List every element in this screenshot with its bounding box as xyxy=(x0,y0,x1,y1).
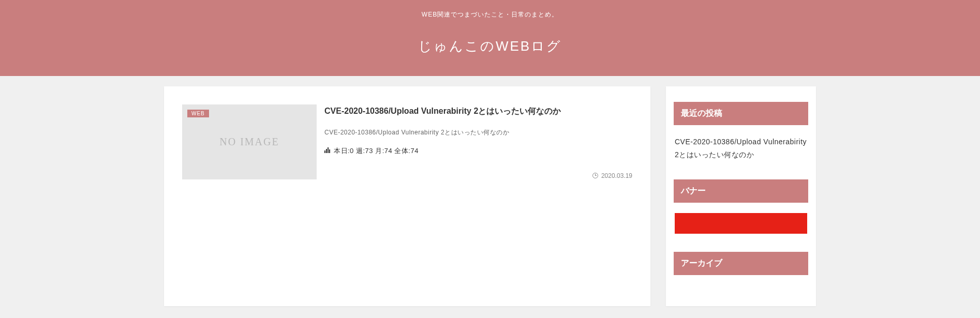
recent-posts-title: 最近の投稿 xyxy=(674,102,808,125)
post-title[interactable]: CVE-2020-10386/Upload Vulnerabirity 2とはい… xyxy=(324,104,632,118)
archive-title: アーカイブ xyxy=(674,252,808,275)
site-title[interactable]: じゅんこのWEBログ xyxy=(0,37,980,55)
clock-icon xyxy=(592,173,598,178)
banner-widget: バナー xyxy=(674,179,808,236)
recent-posts-widget: 最近の投稿 CVE-2020-10386/Upload Vulnerabirit… xyxy=(674,102,808,164)
svg-rect-1 xyxy=(326,149,327,153)
recent-posts-content: CVE-2020-10386/Upload Vulnerabirity 2とはい… xyxy=(674,125,808,164)
archive-widget: アーカイブ xyxy=(674,252,808,275)
category-badge[interactable]: WEB xyxy=(187,110,209,117)
stats-icon xyxy=(324,147,331,155)
banner-content xyxy=(674,203,808,236)
post-body: CVE-2020-10386/Upload Vulnerabirity 2とはい… xyxy=(324,104,632,179)
svg-rect-0 xyxy=(324,150,325,153)
banner-image[interactable] xyxy=(675,213,807,234)
recent-post-link[interactable]: CVE-2020-10386/Upload Vulnerabirity 2とはい… xyxy=(675,138,807,159)
post-thumbnail[interactable]: WEB NO IMAGE xyxy=(182,104,317,179)
content-container: WEB NO IMAGE CVE-2020-10386/Upload Vulne… xyxy=(154,76,826,316)
svg-rect-2 xyxy=(328,147,329,153)
post-stats: 本日:0 週:73 月:74 全体:74 xyxy=(324,146,632,156)
post-excerpt: CVE-2020-10386/Upload Vulnerabirity 2とはい… xyxy=(324,128,632,137)
no-image-label: NO IMAGE xyxy=(219,136,279,148)
post-meta: 2020.03.19 xyxy=(324,157,632,179)
svg-rect-3 xyxy=(329,149,330,153)
main-content: WEB NO IMAGE CVE-2020-10386/Upload Vulne… xyxy=(164,86,650,306)
site-subtitle: WEB関連でつまづいたこと・日常のまとめ。 xyxy=(0,10,980,19)
sidebar: 最近の投稿 CVE-2020-10386/Upload Vulnerabirit… xyxy=(666,86,816,306)
site-header: WEB関連でつまづいたこと・日常のまとめ。 じゅんこのWEBログ xyxy=(0,0,980,76)
post-date: 2020.03.19 xyxy=(601,172,632,179)
post-item[interactable]: WEB NO IMAGE CVE-2020-10386/Upload Vulne… xyxy=(182,104,632,179)
stats-text: 本日:0 週:73 月:74 全体:74 xyxy=(334,146,419,156)
banner-title: バナー xyxy=(674,179,808,203)
